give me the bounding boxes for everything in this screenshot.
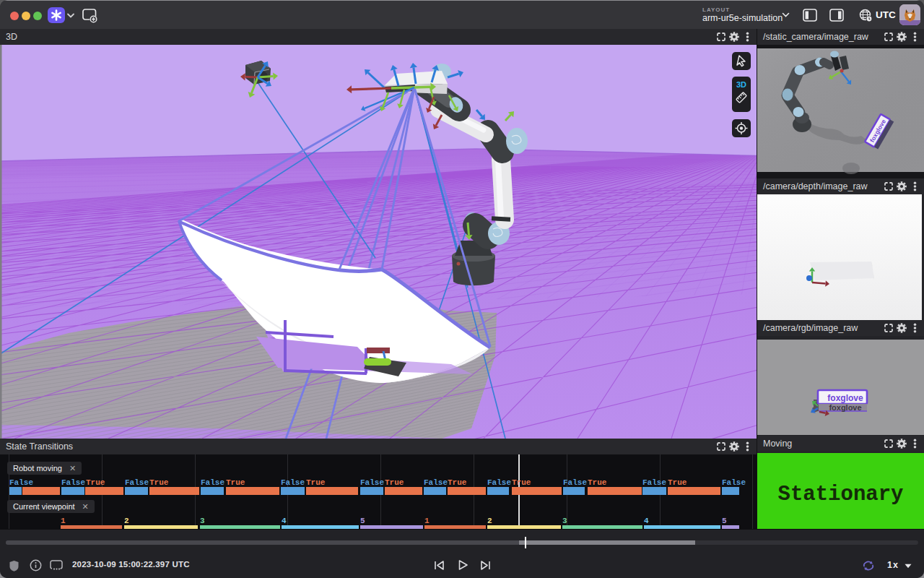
svg-text:foxglove: foxglove <box>827 393 863 403</box>
svg-text:foxglove: foxglove <box>829 403 861 412</box>
